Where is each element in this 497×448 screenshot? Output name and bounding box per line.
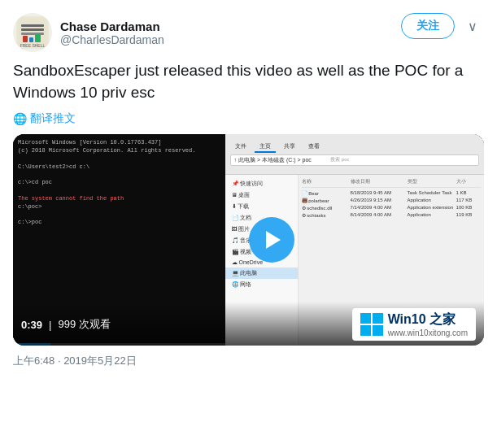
col-date: 修改日期: [351, 178, 408, 185]
win10-domain: www.win10xitong.com: [388, 328, 468, 337]
sidebar-downloads[interactable]: ⬇ 下载: [225, 201, 298, 212]
avatar-image: FREE SHELL: [16, 16, 49, 49]
svg-rect-6: [35, 34, 41, 42]
sidebar-desktop[interactable]: 🖥 桌面: [225, 189, 298, 201]
explorer-tab-share[interactable]: 共享: [279, 141, 300, 153]
file-row[interactable]: ⚙ schedlsc.dll 7/14/2009 4:00 AM Applica…: [302, 204, 481, 211]
video-separator: |: [49, 319, 51, 331]
win10-sq-tl: [360, 313, 371, 324]
tweet-header-right: 关注 ∨: [401, 13, 484, 39]
cmd-text: Microsoft Windows [Version 10.0.17763.43…: [18, 139, 220, 227]
user-info: Chase Dardaman @CharlesDardaman: [60, 20, 164, 46]
tweet-header-left: FREE SHELL Chase Dardaman @CharlesDardam…: [13, 13, 164, 52]
win10-sq-bl: [360, 325, 371, 336]
win10-badge: Win10 之家 www.win10xitong.com: [352, 308, 476, 341]
win10-sq-br: [373, 325, 383, 336]
explorer-path[interactable]: ↑ 此电脑 > 本地磁盘 (C:) > poc 搜索 poc: [230, 154, 479, 166]
tweet-timestamp: 上午6:48 · 2019年5月22日: [13, 354, 484, 368]
video-time: 0:39: [21, 319, 42, 331]
win10-logo-icon: [360, 313, 383, 336]
sidebar-thispc[interactable]: 💻 此电脑: [225, 267, 298, 279]
file-row[interactable]: ⚙ schtasks 8/14/2009 4:00 AM Application…: [302, 211, 481, 219]
explorer-tab-view[interactable]: 查看: [303, 141, 325, 153]
svg-rect-2: [21, 28, 44, 31]
display-name: Chase Dardaman: [60, 20, 164, 33]
win10-sq-tr: [373, 313, 383, 324]
win10-brand: Win10 之家: [388, 311, 468, 328]
svg-rect-4: [23, 36, 28, 42]
col-name: 名称: [302, 178, 351, 185]
sidebar-quick-access[interactable]: 📌 快速访问: [225, 178, 298, 189]
col-size: 大小: [456, 178, 481, 185]
col-type: 类型: [408, 178, 456, 185]
avatar: FREE SHELL: [13, 13, 52, 52]
video-bottom: 0:39 | 999 次观看 Win10 之家 www: [13, 302, 484, 346]
explorer-tabs: 文件 主页 共享 查看: [230, 141, 479, 153]
play-button[interactable]: [249, 217, 294, 263]
svg-rect-1: [21, 24, 44, 27]
video-background: Microsoft Windows [Version 10.0.17763.43…: [13, 134, 484, 346]
sidebar-network[interactable]: 🌐 网络: [225, 279, 298, 290]
explorer-tab-home[interactable]: 主页: [255, 141, 276, 153]
explorer-toolbar: 文件 主页 共享 查看 ↑ 此电脑 > 本地磁盘 (C:) > poc 搜索 p…: [225, 134, 484, 175]
explorer-tab-file[interactable]: 文件: [230, 141, 251, 153]
globe-icon: 🌐: [13, 112, 27, 125]
svg-text:FREE SHELL: FREE SHELL: [20, 43, 46, 47]
username: @CharlesDardaman: [60, 33, 164, 46]
tweet-card: FREE SHELL Chase Dardaman @CharlesDardam…: [13, 13, 484, 368]
file-row[interactable]: 🐻 polarbear 4/26/2019 9:15 AM Applicatio…: [302, 197, 481, 204]
video-container[interactable]: Microsoft Windows [Version 10.0.17763.43…: [13, 134, 484, 346]
tweet-text: SandboxEscaper just released this video …: [13, 60, 484, 103]
video-views: 999 次观看: [58, 317, 110, 332]
svg-rect-5: [29, 37, 33, 42]
win10-info: Win10 之家 www.win10xitong.com: [388, 311, 468, 337]
chevron-down-icon[interactable]: ∨: [461, 15, 484, 37]
file-row[interactable]: 📄 Bear 8/18/2019 9:45 AM Task Scheduler …: [302, 189, 481, 197]
translate-row[interactable]: 🌐 翻译推文: [13, 111, 484, 126]
follow-button[interactable]: 关注: [401, 13, 455, 39]
translate-label: 翻译推文: [30, 111, 76, 126]
file-header: 名称 修改日期 类型 大小: [302, 178, 481, 188]
play-icon: [266, 231, 281, 249]
tweet-header: FREE SHELL Chase Dardaman @CharlesDardam…: [13, 13, 484, 52]
